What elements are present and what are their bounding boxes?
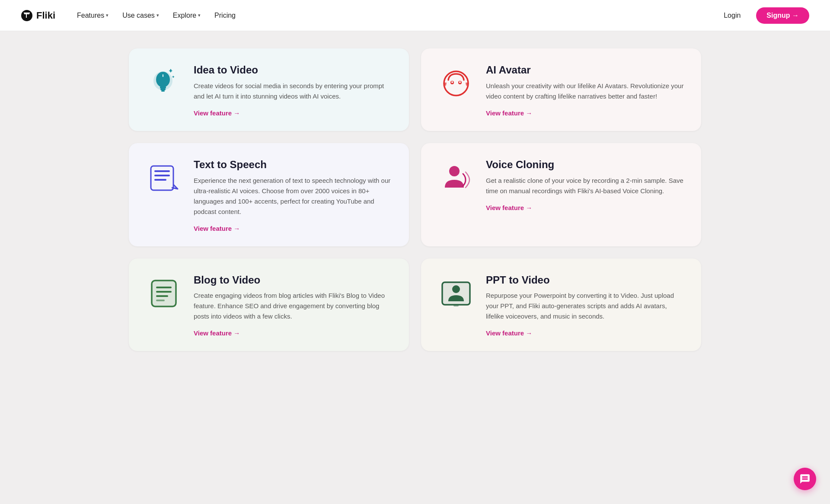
- svg-rect-17: [154, 170, 170, 172]
- feature-desc: Unleash your creativity with our lifelik…: [486, 81, 686, 102]
- svg-point-11: [444, 71, 468, 96]
- signup-button[interactable]: Signup →: [756, 7, 809, 24]
- feature-card-idea-to-video: ✦ ✦ ✦ Idea to Video Create videos for so…: [129, 48, 409, 131]
- view-feature-link[interactable]: View feature →: [194, 329, 240, 337]
- blog-to-video-icon: [144, 274, 183, 313]
- feature-title: PPT to Video: [486, 274, 686, 287]
- chevron-down-icon: ▾: [156, 13, 159, 18]
- features-grid: ✦ ✦ ✦ Idea to Video Create videos for so…: [108, 31, 722, 368]
- feature-card-ai-avatar: AI Avatar Unleash your creativity with o…: [421, 48, 701, 131]
- voice-cloning-icon: [437, 159, 476, 198]
- nav-links: Features ▾ Use cases ▾ Explore ▾ Pricing: [71, 8, 717, 23]
- svg-rect-26: [156, 300, 165, 301]
- navbar: Fliki Features ▾ Use cases ▾ Explore ▾ P…: [0, 0, 830, 31]
- svg-text:✦: ✦: [169, 68, 172, 71]
- feature-desc: Create videos for social media in second…: [194, 81, 393, 102]
- feature-text-idea-to-video: Idea to Video Create videos for social m…: [194, 64, 393, 117]
- svg-rect-5: [161, 90, 165, 92]
- svg-rect-23: [156, 287, 172, 288]
- svg-text:✦: ✦: [172, 75, 175, 79]
- nav-explore[interactable]: Explore ▾: [167, 8, 207, 23]
- nav-use-cases[interactable]: Use cases ▾: [116, 8, 165, 23]
- view-feature-link[interactable]: View feature →: [486, 109, 532, 117]
- chevron-down-icon: ▾: [198, 13, 201, 18]
- svg-rect-22: [152, 281, 176, 306]
- feature-card-blog-to-video: Blog to Video Create engaging videos fro…: [129, 258, 409, 351]
- feature-desc: Get a realistic clone of your voice by r…: [486, 175, 686, 196]
- text-to-speech-icon: [144, 159, 183, 198]
- idea-to-video-icon: ✦ ✦ ✦: [144, 64, 183, 103]
- nav-features[interactable]: Features ▾: [71, 8, 115, 23]
- view-feature-link[interactable]: View feature →: [486, 329, 532, 337]
- svg-rect-4: [160, 89, 166, 90]
- svg-rect-24: [156, 291, 172, 293]
- feature-title: AI Avatar: [486, 64, 686, 77]
- feature-desc: Experience the next generation of text t…: [194, 175, 393, 217]
- ppt-to-video-icon: [437, 274, 476, 313]
- view-feature-link[interactable]: View feature →: [194, 225, 240, 232]
- login-button[interactable]: Login: [717, 8, 747, 23]
- svg-point-20: [449, 166, 460, 176]
- svg-rect-16: [151, 166, 173, 190]
- svg-rect-19: [154, 179, 166, 181]
- feature-text-blog-to-video: Blog to Video Create engaging videos fro…: [194, 274, 393, 338]
- chevron-down-icon: ▾: [106, 13, 109, 18]
- feature-text-ai-avatar: AI Avatar Unleash your creativity with o…: [486, 64, 686, 117]
- svg-rect-3: [160, 86, 166, 89]
- svg-rect-25: [156, 295, 168, 297]
- feature-title: Idea to Video: [194, 64, 393, 77]
- logo[interactable]: Fliki: [21, 10, 55, 22]
- svg-point-14: [451, 81, 453, 83]
- feature-desc: Create engaging videos from blog article…: [194, 290, 393, 322]
- nav-pricing[interactable]: Pricing: [208, 8, 242, 23]
- nav-right: Login Signup →: [717, 7, 809, 24]
- feature-text-ppt-to-video: PPT to Video Repurpose your Powerpoint b…: [486, 274, 686, 338]
- chat-icon: [799, 473, 811, 485]
- ai-avatar-icon: [437, 64, 476, 103]
- chat-bubble-button[interactable]: [794, 468, 816, 490]
- feature-text-text-to-speech: Text to Speech Experience the next gener…: [194, 159, 393, 233]
- feature-card-voice-cloning: Voice Cloning Get a realistic clone of y…: [421, 143, 701, 246]
- feature-text-voice-cloning: Voice Cloning Get a realistic clone of y…: [486, 159, 686, 212]
- svg-rect-18: [154, 175, 170, 176]
- logo-text: Fliki: [36, 10, 55, 21]
- feature-card-ppt-to-video: PPT to Video Repurpose your Powerpoint b…: [421, 258, 701, 351]
- svg-point-15: [459, 81, 461, 83]
- svg-rect-30: [453, 305, 459, 306]
- feature-title: Text to Speech: [194, 159, 393, 171]
- view-feature-link[interactable]: View feature →: [486, 204, 532, 211]
- logo-icon: [21, 10, 33, 22]
- feature-title: Voice Cloning: [486, 159, 686, 171]
- feature-card-text-to-speech: Text to Speech Experience the next gener…: [129, 143, 409, 246]
- view-feature-link[interactable]: View feature →: [194, 109, 240, 117]
- feature-title: Blog to Video: [194, 274, 393, 287]
- svg-point-29: [452, 285, 460, 293]
- feature-desc: Repurpose your Powerpoint by converting …: [486, 290, 686, 322]
